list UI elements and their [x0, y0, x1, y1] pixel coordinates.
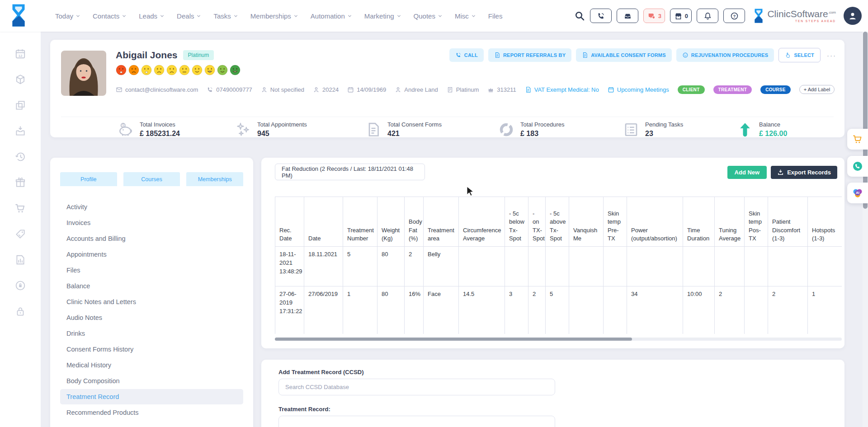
column-header-hotspots-1-3: Hotspots (1-3): [808, 197, 842, 247]
table-row[interactable]: 27-06-2019 17:31:2227/06/201918016%Face1…: [275, 286, 842, 334]
rail-history-icon[interactable]: [14, 151, 26, 163]
mood-icon-1[interactable]: [116, 65, 127, 75]
horizontal-scrollbar[interactable]: [275, 338, 842, 341]
sidebar-item-accounts-and-billing[interactable]: Accounts and Billing: [60, 231, 243, 246]
notifications-button[interactable]: [697, 9, 718, 23]
inbox-button[interactable]: [617, 9, 638, 23]
shop-button[interactable]: 0: [670, 9, 692, 23]
help-button[interactable]: [723, 9, 745, 23]
nav-item-quotes[interactable]: Quotes: [414, 12, 443, 20]
floating-cart-tab[interactable]: [847, 129, 868, 150]
stat-value: 945: [257, 130, 307, 138]
mood-icon-10[interactable]: [230, 65, 241, 75]
sidebar-item-consent-forms-history[interactable]: Consent Forms History: [60, 342, 243, 357]
floating-ai-tab[interactable]: [847, 183, 868, 203]
table-cell: [505, 247, 528, 286]
sidebar-item-activity[interactable]: Activity: [60, 199, 243, 215]
rail-package-icon[interactable]: [14, 74, 26, 85]
tab-memberships[interactable]: Memberships: [186, 172, 243, 186]
rail-account-privacy-icon[interactable]: [14, 280, 26, 291]
mood-icon-6[interactable]: [179, 65, 190, 75]
horizontal-scrollbar-thumb[interactable]: [275, 338, 632, 341]
mood-icon-8[interactable]: [204, 65, 215, 75]
floating-phone-tab[interactable]: [847, 156, 868, 177]
search-icon[interactable]: [574, 10, 585, 21]
page-scrollbar[interactable]: [863, 32, 868, 427]
messages-button[interactable]: 3: [643, 9, 665, 23]
mood-icon-4[interactable]: [154, 65, 165, 75]
person-icon: [313, 86, 320, 93]
ccsd-search-input[interactable]: [278, 379, 555, 395]
nav-item-today[interactable]: Today: [55, 12, 80, 20]
more-options-button[interactable]: ···: [825, 52, 838, 59]
nav-item-contacts[interactable]: Contacts: [93, 12, 127, 20]
mood-icon-3[interactable]: [141, 65, 152, 75]
table-row[interactable]: 18-11-2021 13:48:2918.11.20215802Belly: [275, 247, 842, 286]
tab-profile[interactable]: Profile: [60, 172, 117, 186]
rail-basket-in-icon[interactable]: [14, 125, 26, 137]
mood-rating-scale: [116, 65, 241, 75]
records-summary-box[interactable]: Fat Reduction (2 Records / Last: 18/11/2…: [275, 164, 425, 180]
clinicsoftware-logo-icon[interactable]: [9, 3, 28, 28]
mood-icon-5[interactable]: [166, 65, 177, 75]
phone-button[interactable]: [590, 9, 612, 23]
action-label: REJUVENATION PROCEDURES: [691, 52, 769, 58]
rail-tag-icon[interactable]: [14, 228, 26, 240]
nav-item-automation[interactable]: Automation: [311, 12, 352, 20]
sidebar-item-drinks[interactable]: Drinks: [60, 326, 243, 341]
sidebar-item-treatment-record[interactable]: Treatment Record: [60, 389, 243, 404]
ccsd-heading: Add Treatment Record (CCSD): [278, 369, 364, 375]
add-new-button[interactable]: Add New: [727, 166, 767, 179]
patient-photo[interactable]: [61, 51, 106, 96]
sidebar-item-medical-history[interactable]: Medical History: [60, 357, 243, 373]
nav-item-deals[interactable]: Deals: [177, 12, 201, 20]
contact-upcoming-meetings[interactable]: Upcoming Meetings: [608, 86, 669, 93]
sidebar-item-audio-notes[interactable]: Audio Notes: [60, 310, 243, 325]
report-referrals-by-button[interactable]: REPORT REFERRALS BY: [488, 48, 571, 62]
export-records-button[interactable]: Export Records: [771, 166, 837, 179]
table-cell: 3: [505, 286, 528, 334]
sidebar-item-invoices[interactable]: Invoices: [60, 215, 243, 230]
available-consent-forms-button[interactable]: AVAILABLE CONSENT FORMS: [576, 48, 672, 62]
nav-item-files[interactable]: Files: [488, 12, 503, 20]
nav-item-memberships[interactable]: Memberships: [250, 12, 298, 20]
rail-cart-icon[interactable]: [14, 202, 26, 214]
chevron-down-icon: [160, 14, 165, 19]
sidebar-item-body-composition[interactable]: Body Composition: [60, 373, 243, 389]
rejuvenation-procedures-button[interactable]: REJUVENATION PROCEDURES: [676, 48, 774, 62]
select-button[interactable]: SELECT: [778, 48, 821, 62]
rail-gift-icon[interactable]: [14, 177, 26, 188]
report-icon: [494, 52, 500, 58]
nav-item-misc[interactable]: Misc: [455, 12, 476, 20]
call-button[interactable]: CALL: [449, 48, 484, 62]
sidebar-item-balance[interactable]: Balance: [60, 278, 243, 294]
column-header-skin-temp-pos-tx: Skin temp Pos-TX: [745, 197, 768, 247]
table-cell: 34: [627, 286, 683, 334]
contact-vat-exempt-medical-no[interactable]: VAT Exempt Medical: No: [525, 86, 599, 93]
nav-item-tasks[interactable]: Tasks: [213, 12, 238, 20]
sidebar-item-recommended-products[interactable]: Recommended Products: [60, 405, 243, 420]
patient-name: Abigail Jones: [116, 50, 178, 61]
add-label-button[interactable]: + Add Label: [799, 85, 835, 94]
user-avatar[interactable]: [844, 7, 862, 25]
mood-icon-9[interactable]: [217, 65, 228, 75]
sidebar-item-clinic-notes-and-letters[interactable]: Clinic Notes and Letters: [60, 294, 243, 310]
sidebar-item-files[interactable]: Files: [60, 263, 243, 278]
rail-chart-report-icon[interactable]: [14, 254, 26, 266]
tab-courses[interactable]: Courses: [123, 172, 180, 186]
rail-calendar-12-icon[interactable]: [14, 48, 26, 60]
chevron-down-icon: [122, 14, 127, 19]
table-cell: 2: [528, 286, 546, 334]
nav-item-marketing[interactable]: Marketing: [364, 12, 401, 20]
contact-text: Upcoming Meetings: [617, 86, 669, 93]
treatment-record-textarea[interactable]: [278, 416, 555, 427]
sidebar-item-appointments[interactable]: Appointments: [60, 247, 243, 262]
rail-lock-icon[interactable]: [14, 305, 26, 317]
mood-icon-7[interactable]: [192, 65, 203, 75]
nav-item-leads[interactable]: Leads: [139, 12, 165, 20]
table-cell: 2: [715, 286, 745, 334]
mood-icon-2[interactable]: [128, 65, 139, 75]
brand-tld: .com: [828, 10, 836, 14]
nav-item-label: Deals: [177, 12, 194, 20]
rail-copy-icon[interactable]: [14, 99, 26, 111]
